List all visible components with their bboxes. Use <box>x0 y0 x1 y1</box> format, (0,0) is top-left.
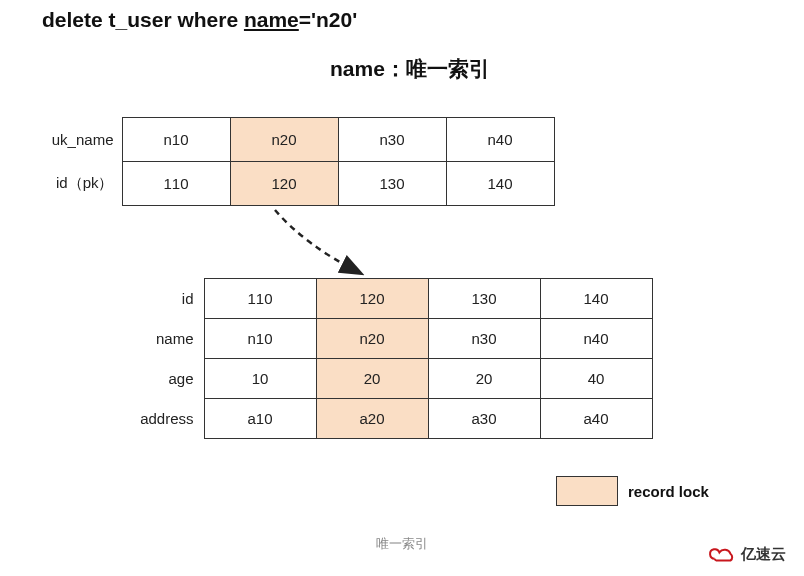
sql-statement: delete t_user where name='n20' <box>42 8 357 32</box>
sql-prefix: delete t_user where <box>42 8 244 31</box>
cloud-icon <box>705 544 737 564</box>
cell: 120 <box>230 162 338 206</box>
cell: a20 <box>316 399 428 439</box>
cell: 20 <box>316 359 428 399</box>
cell: 130 <box>428 279 540 319</box>
row-label: id <box>120 279 204 319</box>
cell: 140 <box>540 279 652 319</box>
cell: 10 <box>204 359 316 399</box>
cell: n20 <box>230 118 338 162</box>
cell: n40 <box>540 319 652 359</box>
table-row: age 10 20 20 40 <box>120 359 652 399</box>
legend-label: record lock <box>628 483 709 500</box>
row-label: id（pk） <box>20 162 122 206</box>
cell: n20 <box>316 319 428 359</box>
cell: n10 <box>122 118 230 162</box>
caption: 唯一索引 <box>0 535 804 553</box>
table-row: uk_name n10 n20 n30 n40 <box>20 118 554 162</box>
logo-text: 亿速云 <box>741 545 786 564</box>
row-label: uk_name <box>20 118 122 162</box>
cell: n10 <box>204 319 316 359</box>
table-row: id（pk） 110 120 130 140 <box>20 162 554 206</box>
cell: 110 <box>122 162 230 206</box>
table-row: address a10 a20 a30 a40 <box>120 399 652 439</box>
table-row: id 110 120 130 140 <box>120 279 652 319</box>
legend-swatch <box>556 476 618 506</box>
data-table: id 110 120 130 140 name n10 n20 n30 n40 … <box>120 278 653 439</box>
index-title: name：唯一索引 <box>330 55 490 83</box>
cell: a10 <box>204 399 316 439</box>
cell: n30 <box>338 118 446 162</box>
table-row: name n10 n20 n30 n40 <box>120 319 652 359</box>
index-table: uk_name n10 n20 n30 n40 id（pk） 110 120 1… <box>20 117 555 206</box>
cell: a30 <box>428 399 540 439</box>
arrow-icon <box>255 205 395 285</box>
row-label: name <box>120 319 204 359</box>
cell: 20 <box>428 359 540 399</box>
sql-suffix: ='n20' <box>299 8 357 31</box>
row-label: age <box>120 359 204 399</box>
cell: 40 <box>540 359 652 399</box>
sql-underlined: name <box>244 8 299 31</box>
cell: n30 <box>428 319 540 359</box>
cell: 140 <box>446 162 554 206</box>
cell: 120 <box>316 279 428 319</box>
cell: a40 <box>540 399 652 439</box>
cell: n40 <box>446 118 554 162</box>
logo: 亿速云 <box>705 544 786 564</box>
legend: record lock <box>556 476 709 506</box>
cell: 130 <box>338 162 446 206</box>
cell: 110 <box>204 279 316 319</box>
row-label: address <box>120 399 204 439</box>
